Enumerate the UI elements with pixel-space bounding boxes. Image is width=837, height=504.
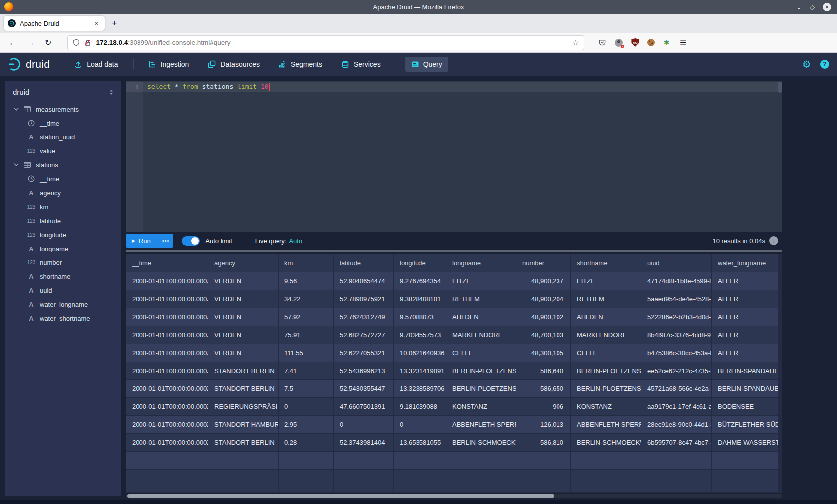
- table-cell[interactable]: KONSTANZ: [446, 398, 516, 416]
- table-cell[interactable]: 2.95: [279, 416, 334, 434]
- table-cell[interactable]: 8b4f9f7c-3376-4dd8-95c: [641, 326, 712, 344]
- table-cell[interactable]: STANDORT BERLIN: [208, 362, 279, 380]
- table-cell[interactable]: 2000-01-01T00:00:00.000Z: [126, 416, 208, 434]
- column-header[interactable]: shortname: [571, 254, 641, 272]
- table-cell[interactable]: BERLIN-PLOETZENSEE C: [446, 362, 516, 380]
- table-cell[interactable]: ALLER: [712, 308, 779, 326]
- ublock-icon[interactable]: UO: [631, 38, 639, 47]
- table-cell[interactable]: BERLIN-SPANDAUER-S: [712, 362, 779, 380]
- table-cell[interactable]: aa9179c1-17ef-4c61-a48: [641, 398, 712, 416]
- table-cell[interactable]: 13.3231419091: [394, 362, 446, 380]
- tree-column-uuid[interactable]: Auuid: [5, 283, 121, 297]
- tree-column-agency[interactable]: Aagency: [5, 186, 121, 200]
- table-cell[interactable]: 586,640: [516, 362, 571, 380]
- help-icon[interactable]: ?: [820, 60, 829, 69]
- table-cell[interactable]: 52.6227055321: [334, 344, 394, 362]
- table-cell[interactable]: VERDEN: [208, 308, 279, 326]
- table-cell[interactable]: BERLIN-PLOETZENSEE U: [571, 380, 641, 398]
- tree-column-shortname[interactable]: Ashortname: [5, 269, 121, 283]
- menu-icon[interactable]: ☰: [680, 38, 686, 47]
- table-cell[interactable]: CELLE: [571, 344, 641, 362]
- table-cell[interactable]: 9.57088073: [394, 308, 446, 326]
- table-cell[interactable]: 48,700,103: [516, 326, 571, 344]
- table-cell[interactable]: 52.3743981404: [334, 434, 394, 452]
- table-cell[interactable]: DAHME-WASSERSTRAS: [712, 434, 779, 452]
- insecure-lock-icon[interactable]: [84, 39, 91, 46]
- column-header[interactable]: longname: [446, 254, 516, 272]
- nav-query[interactable]: Query: [405, 57, 448, 72]
- asterisk-extension-icon[interactable]: ✱: [663, 38, 670, 47]
- table-cell[interactable]: 52.5436996213: [334, 362, 394, 380]
- druid-logo[interactable]: druid: [7, 57, 50, 71]
- tab-close-icon[interactable]: ✕: [92, 19, 101, 28]
- table-cell[interactable]: BODENSEE: [712, 398, 779, 416]
- table-cell[interactable]: EITZE: [571, 272, 641, 290]
- column-header[interactable]: km: [279, 254, 334, 272]
- table-cell[interactable]: 57.92: [279, 308, 334, 326]
- pane-splitter[interactable]: [126, 250, 782, 252]
- table-cell[interactable]: 0: [394, 416, 446, 434]
- table-cell[interactable]: VERDEN: [208, 344, 279, 362]
- table-cell[interactable]: 2000-01-01T00:00:00.000Z: [126, 308, 208, 326]
- tree-column-station_uuid[interactable]: Astation_uuid: [5, 130, 121, 144]
- table-cell[interactable]: 5aaed954-de4e-4528-8f: [641, 290, 712, 308]
- table-cell[interactable]: 0: [334, 416, 394, 434]
- table-cell[interactable]: 45721a68-566c-4e2a-a6: [641, 380, 712, 398]
- tree-column-number[interactable]: 123number: [5, 255, 121, 269]
- table-cell[interactable]: BERLIN-PLOETZENSEE C: [571, 362, 641, 380]
- forward-button[interactable]: →: [22, 38, 40, 47]
- table-cell[interactable]: 2000-01-01T00:00:00.000Z: [126, 362, 208, 380]
- table-cell[interactable]: STANDORT HAMBURG: [208, 416, 279, 434]
- table-cell[interactable]: ee52ce62-212c-4735-b4: [641, 362, 712, 380]
- table-cell[interactable]: 522286e2-b2b3-4d0d-9a: [641, 308, 712, 326]
- table-cell[interactable]: 47174d8f-1b8e-4599-8a: [641, 272, 712, 290]
- table-cell[interactable]: 13.653581055: [394, 434, 446, 452]
- table-cell[interactable]: 7.5: [279, 380, 334, 398]
- table-cell[interactable]: AHLDEN: [446, 308, 516, 326]
- table-cell[interactable]: ALLER: [712, 290, 779, 308]
- tree-column-value[interactable]: 123value: [5, 144, 121, 158]
- cookie-extension-icon[interactable]: [647, 39, 655, 46]
- table-cell[interactable]: 586,650: [516, 380, 571, 398]
- tree-column-water_shortname[interactable]: Awater_shortname: [5, 311, 121, 325]
- new-tab-button[interactable]: +: [112, 18, 117, 29]
- table-cell[interactable]: 47.6607501391: [334, 398, 394, 416]
- scrollbar-thumb[interactable]: [127, 494, 554, 498]
- chevron-down-icon[interactable]: [14, 108, 19, 111]
- table-cell[interactable]: 0: [279, 398, 334, 416]
- close-icon[interactable]: ✕: [823, 3, 831, 11]
- table-cell[interactable]: 48,900,102: [516, 308, 571, 326]
- table-cell[interactable]: BERLIN-SCHMOECKWITZ: [571, 434, 641, 452]
- table-cell[interactable]: 48,900,204: [516, 290, 571, 308]
- table-cell[interactable]: ALLER: [712, 272, 779, 290]
- tree-column-km[interactable]: 123km: [5, 200, 121, 214]
- table-cell[interactable]: VERDEN: [208, 290, 279, 308]
- column-header[interactable]: agency: [208, 254, 279, 272]
- account-extension-icon[interactable]: [615, 39, 623, 47]
- table-cell[interactable]: 2000-01-01T00:00:00.000Z: [126, 290, 208, 308]
- column-header[interactable]: longitude: [394, 254, 446, 272]
- tree-column-__time[interactable]: __time: [5, 172, 121, 186]
- table-cell[interactable]: 9.56: [279, 272, 334, 290]
- table-cell[interactable]: 9.3828408101: [394, 290, 446, 308]
- sql-editor[interactable]: 1 select * from stations limit 10: [126, 81, 782, 232]
- table-cell[interactable]: 9.7034557573: [394, 326, 446, 344]
- column-header[interactable]: __time: [126, 254, 208, 272]
- reload-button[interactable]: ↻: [40, 38, 56, 47]
- table-cell[interactable]: BERLIN-SCHMOECKWITZ: [446, 434, 516, 452]
- run-more-button[interactable]: •••: [158, 234, 174, 248]
- table-cell[interactable]: 13.3238589706: [394, 380, 446, 398]
- tree-column-water_longname[interactable]: Awater_longname: [5, 297, 121, 311]
- back-button[interactable]: ←: [4, 38, 22, 47]
- tree-table-measurements[interactable]: measurements: [5, 102, 121, 116]
- minimize-icon[interactable]: ⌄: [796, 4, 802, 10]
- table-cell[interactable]: AHLDEN: [571, 308, 641, 326]
- double-caret-icon[interactable]: [109, 89, 113, 95]
- bookmark-star-icon[interactable]: ☆: [572, 38, 579, 47]
- nav-segments[interactable]: Segments: [273, 57, 328, 72]
- table-cell[interactable]: STANDORT BERLIN: [208, 380, 279, 398]
- table-cell[interactable]: ABBENFLETH SPERRWEI: [446, 416, 516, 434]
- table-cell[interactable]: 6b595707-8c47-4bc7-a8: [641, 434, 712, 452]
- table-cell[interactable]: ABBENFLETH SPERRWEI: [571, 416, 641, 434]
- table-cell[interactable]: CELLE: [446, 344, 516, 362]
